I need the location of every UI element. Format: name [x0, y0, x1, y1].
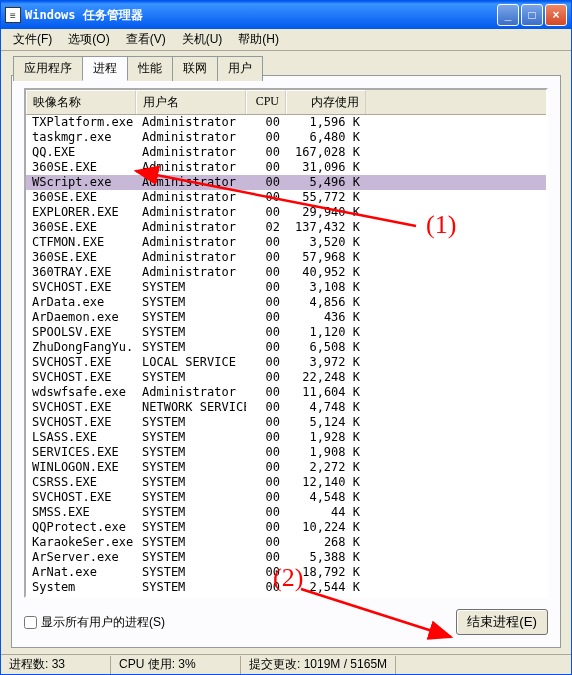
table-row[interactable]: SVCHOST.EXESYSTEM005,124 K: [26, 415, 546, 430]
cell-user: Administrator: [136, 130, 246, 145]
table-row[interactable]: 360SE.EXEAdministrator0031,096 K: [26, 160, 546, 175]
table-row[interactable]: CTFMON.EXEAdministrator003,520 K: [26, 235, 546, 250]
table-row[interactable]: WScript.exeAdministrator005,496 K: [26, 175, 546, 190]
table-row[interactable]: SVCHOST.EXENETWORK SERVICE004,748 K: [26, 400, 546, 415]
table-row[interactable]: SERVICES.EXESYSTEM001,908 K: [26, 445, 546, 460]
menu-view[interactable]: 查看(V): [118, 29, 174, 50]
cell-user: SYSTEM: [136, 445, 246, 460]
cell-image: wdswfsafe.exe: [26, 385, 136, 400]
tab-processes[interactable]: 进程: [82, 56, 128, 81]
cell-user: Administrator: [136, 265, 246, 280]
table-row[interactable]: taskmgr.exeAdministrator006,480 K: [26, 130, 546, 145]
tab-performance[interactable]: 性能: [127, 56, 173, 81]
table-row[interactable]: KaraokeSer.exeSYSTEM00268 K: [26, 535, 546, 550]
cell-cpu: 00: [246, 250, 286, 265]
cell-user: Administrator: [136, 205, 246, 220]
cell-image: ZhuDongFangYu...: [26, 340, 136, 355]
process-list[interactable]: 映像名称 用户名 CPU 内存使用 TXPlatform.exeAdminist…: [24, 88, 548, 598]
cell-cpu: 00: [246, 370, 286, 385]
table-row[interactable]: ZhuDongFangYu...SYSTEM006,508 K: [26, 340, 546, 355]
show-all-users-input[interactable]: [24, 616, 37, 629]
table-row[interactable]: ArNat.exeSYSTEM0018,792 K: [26, 565, 546, 580]
table-row[interactable]: SVCHOST.EXESYSTEM004,548 K: [26, 490, 546, 505]
menu-help[interactable]: 帮助(H): [230, 29, 287, 50]
cell-image: taskmgr.exe: [26, 130, 136, 145]
table-row[interactable]: SMSS.EXESYSTEM0044 K: [26, 505, 546, 520]
table-row[interactable]: System Idle P...SYSTEM9816 K: [26, 595, 546, 598]
col-image-name[interactable]: 映像名称: [26, 90, 136, 114]
table-row[interactable]: 360SE.EXEAdministrator0055,772 K: [26, 190, 546, 205]
cell-user: SYSTEM: [136, 415, 246, 430]
menu-file[interactable]: 文件(F): [5, 29, 60, 50]
table-row[interactable]: 360SE.EXEAdministrator0057,968 K: [26, 250, 546, 265]
table-row[interactable]: 360TRAY.EXEAdministrator0040,952 K: [26, 265, 546, 280]
cell-user: SYSTEM: [136, 490, 246, 505]
cell-mem: 55,772 K: [286, 190, 366, 205]
table-row[interactable]: EXPLORER.EXEAdministrator0029,940 K: [26, 205, 546, 220]
cell-image: SMSS.EXE: [26, 505, 136, 520]
col-user-name[interactable]: 用户名: [136, 90, 246, 114]
menu-options[interactable]: 选项(O): [60, 29, 117, 50]
cell-mem: 3,108 K: [286, 280, 366, 295]
cell-cpu: 00: [246, 235, 286, 250]
cell-mem: 40,952 K: [286, 265, 366, 280]
col-cpu[interactable]: CPU: [246, 90, 286, 114]
cell-mem: 1,596 K: [286, 115, 366, 130]
cell-mem: 5,496 K: [286, 175, 366, 190]
show-all-users-checkbox[interactable]: 显示所有用户的进程(S): [24, 614, 165, 631]
cell-image: 360SE.EXE: [26, 160, 136, 175]
menu-shutdown[interactable]: 关机(U): [174, 29, 231, 50]
tab-users[interactable]: 用户: [217, 56, 263, 81]
end-process-button[interactable]: 结束进程(E): [456, 609, 548, 635]
table-row[interactable]: QQ.EXEAdministrator00167,028 K: [26, 145, 546, 160]
cell-cpu: 00: [246, 205, 286, 220]
table-row[interactable]: LSASS.EXESYSTEM001,928 K: [26, 430, 546, 445]
cell-image: EXPLORER.EXE: [26, 205, 136, 220]
table-row[interactable]: SVCHOST.EXESYSTEM003,108 K: [26, 280, 546, 295]
table-row[interactable]: ArData.exeSYSTEM004,856 K: [26, 295, 546, 310]
cell-cpu: 00: [246, 460, 286, 475]
cell-mem: 31,096 K: [286, 160, 366, 175]
cell-mem: 1,908 K: [286, 445, 366, 460]
cell-cpu: 00: [246, 160, 286, 175]
close-button[interactable]: ×: [545, 4, 567, 26]
table-row[interactable]: WINLOGON.EXESYSTEM002,272 K: [26, 460, 546, 475]
cell-image: SVCHOST.EXE: [26, 280, 136, 295]
tab-networking[interactable]: 联网: [172, 56, 218, 81]
table-row[interactable]: ArDaemon.exeSYSTEM00436 K: [26, 310, 546, 325]
table-row[interactable]: wdswfsafe.exeAdministrator0011,604 K: [26, 385, 546, 400]
cell-user: SYSTEM: [136, 535, 246, 550]
table-row[interactable]: SVCHOST.EXELOCAL SERVICE003,972 K: [26, 355, 546, 370]
cell-cpu: 00: [246, 280, 286, 295]
cell-image: 360SE.EXE: [26, 250, 136, 265]
cell-user: Administrator: [136, 175, 246, 190]
cell-user: SYSTEM: [136, 370, 246, 385]
cell-mem: 3,972 K: [286, 355, 366, 370]
tab-applications[interactable]: 应用程序: [13, 56, 83, 81]
window-title: Windows 任务管理器: [25, 7, 497, 24]
cell-image: CSRSS.EXE: [26, 475, 136, 490]
table-row[interactable]: 360SE.EXEAdministrator02137,432 K: [26, 220, 546, 235]
cell-image: LSASS.EXE: [26, 430, 136, 445]
minimize-button[interactable]: _: [497, 4, 519, 26]
cell-cpu: 00: [246, 430, 286, 445]
cell-image: System: [26, 580, 136, 595]
cell-image: CTFMON.EXE: [26, 235, 136, 250]
table-row[interactable]: QQProtect.exeSYSTEM0010,224 K: [26, 520, 546, 535]
table-row[interactable]: SVCHOST.EXESYSTEM0022,248 K: [26, 370, 546, 385]
cell-image: 360SE.EXE: [26, 190, 136, 205]
table-row[interactable]: SystemSYSTEM002,544 K: [26, 580, 546, 595]
cell-cpu: 00: [246, 535, 286, 550]
cell-mem: 5,124 K: [286, 415, 366, 430]
table-row[interactable]: TXPlatform.exeAdministrator001,596 K: [26, 115, 546, 130]
cell-image: SVCHOST.EXE: [26, 490, 136, 505]
table-row[interactable]: ArServer.exeSYSTEM005,388 K: [26, 550, 546, 565]
col-memory[interactable]: 内存使用: [286, 90, 366, 114]
cell-cpu: 00: [246, 130, 286, 145]
maximize-button[interactable]: □: [521, 4, 543, 26]
cell-mem: 6,508 K: [286, 340, 366, 355]
cell-user: SYSTEM: [136, 475, 246, 490]
table-row[interactable]: CSRSS.EXESYSTEM0012,140 K: [26, 475, 546, 490]
table-row[interactable]: SPOOLSV.EXESYSTEM001,120 K: [26, 325, 546, 340]
titlebar[interactable]: ≡ Windows 任务管理器 _ □ ×: [1, 1, 571, 29]
